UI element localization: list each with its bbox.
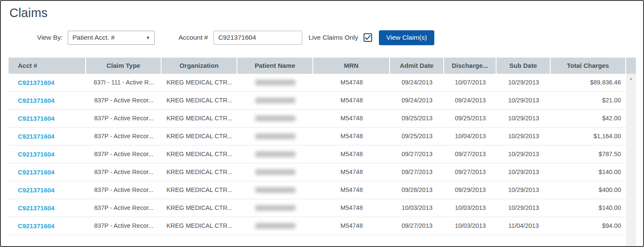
sub-date-cell: 11/04/2013 [497, 217, 551, 235]
view-claims-button[interactable]: View Claim(s) [379, 30, 434, 45]
admit-date-cell: 09/27/2013 [390, 217, 444, 235]
patient-name-cell [237, 92, 313, 109]
admit-date-cell: 09/28/2013 [390, 181, 444, 199]
patient-name-cell [237, 128, 313, 145]
organization-cell: KREG MEDICAL CTR... [162, 163, 237, 181]
total-charges-cell: $94.00 [551, 217, 626, 235]
table-row: C921371604 837P - Active Recor... KREG M… [9, 217, 626, 235]
patient-name-redacted [255, 169, 295, 175]
claim-type-cell: 837P - Active Recor... [86, 128, 162, 145]
sub-date-cell: 10/29/2013 [497, 199, 551, 217]
claim-type-cell: 837P - Active Recor... [86, 199, 162, 217]
table-row: C921371604 837P - Active Recor... KREG M… [9, 110, 626, 128]
claim-type-cell: 837P - Active Recor... [86, 181, 162, 199]
checkmark-icon [365, 35, 371, 40]
scroll-up-icon[interactable]: ▲ [626, 74, 636, 81]
organization-cell: KREG MEDICAL CTR... [162, 92, 237, 109]
patient-name-cell [237, 145, 313, 163]
patient-name-redacted [255, 151, 295, 157]
account-input[interactable] [214, 31, 302, 45]
total-charges-cell: $140.00 [551, 199, 626, 217]
patient-name-cell [237, 163, 313, 181]
total-charges-cell: $89,836.46 [551, 74, 626, 91]
patient-name-cell [237, 181, 313, 199]
total-charges-cell: $42.00 [551, 110, 626, 127]
organization-cell: KREG MEDICAL CTR... [162, 110, 237, 127]
vertical-scrollbar[interactable]: ▲ [626, 74, 636, 247]
sub-date-cell: 10/29/2013 [497, 92, 551, 109]
col-header-acct[interactable]: Acct # [9, 58, 86, 74]
mrn-cell: M54748 [313, 145, 390, 163]
patient-name-redacted [255, 134, 295, 139]
claim-type-cell: 837P - Active Recor... [86, 163, 162, 181]
discharge-date-cell: 09/25/2013 [444, 110, 497, 127]
claims-page: Claims View By: Patient Acct. # ▼ Accoun… [0, 0, 644, 247]
organization-cell: KREG MEDICAL CTR... [162, 128, 237, 145]
mrn-cell: M54748 [313, 74, 390, 91]
acct-link[interactable]: C921371604 [18, 133, 55, 140]
admit-date-cell: 09/24/2013 [390, 92, 444, 109]
col-header-admit-date[interactable]: Admit Date [390, 58, 444, 74]
organization-cell: KREG MEDICAL CTR... [162, 145, 237, 163]
admit-date-cell: 09/27/2013 [390, 145, 444, 163]
acct-link[interactable]: C921371604 [18, 222, 55, 230]
discharge-date-cell: 09/29/2013 [444, 181, 497, 199]
table-row: C921371604 837I - 111 - Active R... KREG… [9, 74, 626, 92]
live-claims-label: Live Claims Only [309, 34, 358, 41]
patient-name-redacted [255, 205, 295, 211]
live-claims-checkbox[interactable] [364, 33, 372, 42]
discharge-date-cell: 10/04/2013 [444, 128, 497, 145]
patient-name-redacted [255, 116, 295, 121]
mrn-cell: M54748 [313, 163, 390, 181]
acct-cell: C921371604 [9, 145, 86, 163]
table-row: C921371604 837P - Active Recor... KREG M… [9, 181, 626, 199]
acct-cell: C921371604 [9, 92, 86, 109]
mrn-cell: M54748 [313, 128, 390, 145]
acct-link[interactable]: C921371604 [18, 169, 55, 176]
admit-date-cell: 09/25/2013 [390, 110, 444, 127]
patient-name-cell [237, 110, 313, 127]
acct-link[interactable]: C921371604 [18, 79, 55, 86]
col-header-sub-date[interactable]: Sub Date [497, 58, 551, 74]
admit-date-cell: 09/27/2013 [390, 163, 444, 181]
col-header-claim-type[interactable]: Claim Type [86, 58, 162, 74]
table-row: C921371604 837P - Active Recor... KREG M… [9, 163, 626, 181]
col-header-mrn[interactable]: MRN [313, 58, 390, 74]
col-header-discharge-date[interactable]: Discharge... [444, 58, 497, 74]
claim-type-cell: 837P - Active Recor... [86, 217, 162, 235]
acct-link[interactable]: C921371604 [18, 204, 55, 212]
acct-link[interactable]: C921371604 [18, 186, 55, 194]
discharge-date-cell: 10/03/2013 [444, 199, 497, 217]
organization-cell: KREG MEDICAL CTR... [162, 217, 237, 235]
table-body: C921371604 837I - 111 - Active R... KREG… [9, 74, 626, 246]
sub-date-cell: 10/29/2013 [497, 181, 551, 199]
patient-name-redacted [255, 80, 295, 85]
acct-link[interactable]: C921371604 [18, 151, 55, 158]
col-header-organization[interactable]: Organization [162, 58, 237, 74]
acct-cell: C921371604 [9, 163, 86, 181]
claim-type-cell: 837I - 111 - Active R... [86, 74, 162, 91]
mrn-cell: M54748 [313, 199, 390, 217]
col-header-total-charges[interactable]: Total Charges [551, 58, 626, 74]
admit-date-cell: 09/24/2013 [390, 74, 444, 91]
total-charges-cell: $140.00 [551, 163, 626, 181]
table-header-row: Acct # Claim Type Organization Patient N… [9, 58, 636, 74]
claim-type-cell: 837P - Active Recor... [86, 145, 162, 163]
mrn-cell: M54748 [313, 92, 390, 109]
discharge-date-cell: 09/27/2013 [444, 163, 497, 181]
controls-bar: View By: Patient Acct. # ▼ Account # Liv… [1, 30, 643, 45]
sub-date-cell: 10/29/2013 [497, 128, 551, 145]
mrn-cell: M54748 [313, 181, 390, 199]
view-by-dropdown[interactable]: Patient Acct. # ▼ [68, 31, 155, 45]
acct-link[interactable]: C921371604 [18, 97, 55, 104]
claim-type-cell: 837P - Active Recor... [86, 92, 162, 109]
col-header-patient-name[interactable]: Patient Name [237, 58, 313, 74]
patient-name-cell [237, 74, 313, 91]
total-charges-cell: $1,164.00 [551, 128, 626, 145]
admit-date-cell: 09/25/2013 [390, 128, 444, 145]
col-header-scrollbar-stub [626, 58, 636, 74]
discharge-date-cell: 10/07/2013 [444, 74, 497, 91]
acct-link[interactable]: C921371604 [18, 115, 55, 122]
patient-name-cell [237, 217, 313, 235]
acct-cell: C921371604 [9, 74, 86, 91]
